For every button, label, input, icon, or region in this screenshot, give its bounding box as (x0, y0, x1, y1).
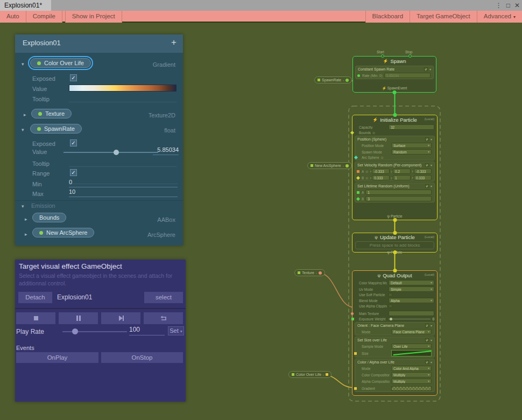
param-new-arcsphere[interactable]: New ArcSphere (32, 228, 94, 237)
block-collapse-icon[interactable]: ▾ (429, 67, 431, 71)
gradient-field[interactable] (391, 386, 432, 391)
particle-output-port[interactable] (393, 218, 397, 222)
block-collapse-icon[interactable]: ▾ (431, 360, 432, 364)
tooltip-field[interactable] (69, 158, 177, 167)
play-rate-slider-handle[interactable] (72, 328, 78, 334)
category-emission[interactable]: Emission (31, 202, 55, 209)
lifetime-a-field[interactable]: 1 (365, 190, 432, 195)
add-parameter-button[interactable]: + (171, 37, 177, 48)
position-mode-dropdown[interactable]: Surface▾ (391, 143, 432, 148)
max-field[interactable]: 10 (69, 188, 178, 197)
chevron-right-icon[interactable]: ▸ (24, 112, 26, 117)
compile-button[interactable]: Compile (26, 11, 62, 23)
space-badge[interactable]: (Local) (425, 273, 434, 276)
collapse-icon[interactable]: ‹ (316, 271, 317, 275)
set-size-over-life-block[interactable]: Set Size over Life ✓ ▾ Sample Mode Over … (355, 337, 435, 358)
space-badge[interactable]: (Local) (425, 235, 434, 239)
exposed-checkbox[interactable]: ✓ (70, 74, 77, 81)
use-alpha-clipping-checkbox[interactable] (389, 304, 392, 308)
velocity-b-z-field[interactable]: 0.333 (414, 175, 432, 180)
color-alpha-over-life-block[interactable]: Color / Alpha over Life ✓ ▾ Mode Color A… (355, 359, 435, 392)
onstop-button[interactable]: OnStop (101, 352, 183, 363)
velocity-a-z-field[interactable]: -0.333 (414, 169, 432, 174)
capacity-field[interactable]: 32 (389, 124, 434, 130)
graph-param-texture[interactable]: Texture ‹ (294, 269, 325, 276)
velocity-a-port[interactable] (357, 170, 359, 173)
color-mapping-mode-dropdown[interactable]: Default▾ (389, 280, 434, 285)
collapse-icon[interactable]: ‹ (343, 79, 344, 82)
color-composition-dropdown[interactable]: Multiply▾ (391, 372, 432, 377)
collapse-icon[interactable]: ‹ (323, 373, 324, 376)
param-spawnrate[interactable]: SpawnRate (30, 124, 82, 134)
output-port[interactable] (345, 79, 349, 82)
bounds-input-port[interactable] (350, 131, 354, 135)
quad-output-context-node[interactable]: ψ Quad Output (Local) Color Mapping Mode… (352, 270, 438, 396)
space-badge[interactable]: (Local) (425, 117, 434, 121)
detach-button[interactable]: Detach (18, 292, 52, 303)
block-enabled-checkbox[interactable]: ✓ (425, 163, 429, 167)
position-sphere-block[interactable]: Position (Sphere) ✓ ▾ Position Mode Surf… (355, 136, 435, 160)
orient-block[interactable]: Orient : Face Camera Plane ✓ ▾ Mode Face… (355, 322, 435, 335)
maximize-icon[interactable]: □ (506, 2, 510, 9)
space-toggle-icon[interactable]: ⊙ (372, 131, 375, 135)
min-field[interactable]: 0 (69, 179, 178, 187)
main-texture-object-field[interactable] (389, 311, 434, 316)
block-enabled-checkbox[interactable]: ✓ (425, 338, 429, 342)
exposure-weight-port[interactable] (351, 318, 354, 320)
value-field[interactable]: 5.85034 (153, 146, 179, 155)
window-tab[interactable]: Explosion01* (0, 0, 51, 11)
space-toggle-icon[interactable]: ⊙ (365, 170, 368, 173)
size-curve-field[interactable] (391, 350, 432, 356)
main-texture-input-port[interactable] (351, 312, 354, 315)
block-enabled-checkbox[interactable]: ✓ (425, 324, 429, 327)
value-slider-handle[interactable] (114, 150, 119, 155)
value-slider-track[interactable] (64, 152, 158, 153)
set-velocity-random-block[interactable]: Set Velocity Random (Per-component) ✓ ▾ … (355, 162, 435, 181)
play-rate-field[interactable]: 100 (129, 326, 165, 335)
set-button[interactable]: Set ▾ (168, 326, 184, 335)
exposed-checkbox[interactable]: ✓ (70, 139, 77, 146)
output-port[interactable] (345, 164, 349, 167)
param-bounds[interactable]: Bounds (32, 213, 66, 222)
velocity-b-y-field[interactable]: 1 (393, 175, 411, 180)
exposure-slider-track[interactable] (389, 319, 431, 319)
gradient-input-port[interactable] (354, 387, 357, 390)
block-collapse-icon[interactable]: ▾ (431, 338, 432, 342)
space-toggle-icon[interactable]: ⊙ (381, 156, 384, 159)
velocity-b-port[interactable] (356, 176, 360, 179)
chevron-down-icon[interactable]: ▾ (22, 127, 24, 132)
tooltip-field[interactable] (69, 94, 177, 102)
block-enabled-checkbox[interactable]: ✓ (425, 184, 429, 188)
output-port[interactable] (326, 373, 328, 376)
chevron-down-icon[interactable]: ▾ (22, 61, 24, 67)
spawn-mode-dropdown[interactable]: Random▾ (391, 149, 432, 155)
chevron-down-icon[interactable]: ▾ (22, 204, 24, 209)
velocity-a-y-field[interactable]: 0.2 (393, 169, 411, 174)
add-blocks-placeholder[interactable]: Press space to add blocks (355, 241, 434, 249)
exposure-slider-handle[interactable] (390, 318, 392, 320)
target-gameobject-toggle-button[interactable]: Target GameObject (410, 11, 477, 23)
spawnevent-output-port[interactable] (393, 90, 397, 94)
block-enabled-checkbox[interactable]: ✓ (425, 137, 429, 141)
velocity-a-x-field[interactable]: -0.333 (372, 169, 390, 174)
block-enabled-checkbox[interactable]: ✓ (424, 67, 428, 71)
size-input-port[interactable] (354, 352, 357, 355)
stop-button[interactable] (16, 312, 55, 324)
output-port[interactable] (319, 271, 322, 275)
initialize-particle-context-node[interactable]: ⚡ Initialize Particle (Local) Capacity 3… (352, 115, 438, 220)
auto-button[interactable]: Auto (0, 11, 26, 23)
lifetime-b-field[interactable]: 3 (365, 196, 432, 201)
velocity-b-x-field[interactable]: 0.333 (372, 175, 390, 180)
lifetime-a-port[interactable] (357, 191, 359, 194)
orient-mode-dropdown[interactable]: Face Camera Plane▾ (391, 329, 432, 334)
set-lifetime-random-block[interactable]: Set Lifetime Random (Uniform) ✓ ▾ A 1 B … (355, 183, 435, 202)
alpha-composition-dropdown[interactable]: Multiply▾ (391, 379, 432, 384)
rate-input-port[interactable] (357, 74, 360, 77)
constant-spawn-rate-block[interactable]: Constant Spawn Rate ✓ ▾ Rate (Min: 0) 5.… (355, 66, 434, 79)
block-enabled-checkbox[interactable]: ✓ (425, 360, 429, 364)
graph-param-color-over-life[interactable]: Color Over Life ‹ (288, 371, 331, 378)
rate-field[interactable]: 5.85034 (384, 73, 431, 78)
use-soft-particle-checkbox[interactable] (389, 293, 392, 297)
arc-sphere-input-port[interactable] (354, 156, 358, 159)
lifetime-b-port[interactable] (356, 197, 360, 200)
